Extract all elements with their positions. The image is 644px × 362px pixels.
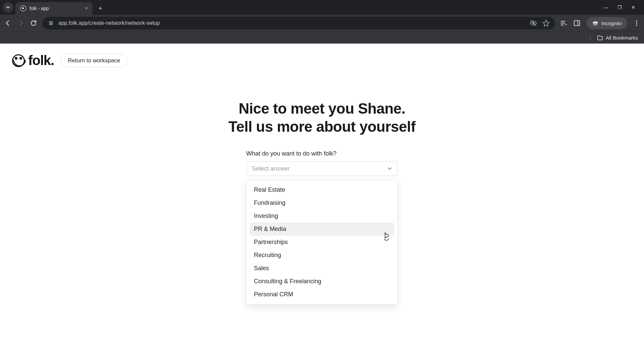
option-investing[interactable]: Investing: [250, 209, 394, 223]
address-bar[interactable]: app.folk.app/create-network/network-setu…: [42, 17, 555, 29]
incognito-chip[interactable]: Incognito: [587, 17, 627, 29]
browser-toolbar: app.folk.app/create-network/network-setu…: [0, 15, 644, 32]
question-label: What do you want to do with folk?: [246, 150, 398, 157]
option-consulting-freelancing[interactable]: Consulting & Freelancing: [250, 275, 394, 288]
option-sales[interactable]: Sales: [250, 262, 394, 275]
bookmark-star-icon[interactable]: [542, 19, 550, 27]
option-pr-media[interactable]: PR & Media: [250, 223, 394, 236]
bookmarks-bar: | All Bookmarks: [0, 32, 644, 44]
svg-point-6: [596, 23, 597, 25]
folk-logo-text: folk.: [28, 53, 54, 68]
svg-point-8: [636, 22, 637, 24]
back-button[interactable]: [4, 19, 12, 27]
headline: Nice to meet you Shane. Tell us more abo…: [0, 100, 644, 135]
onboarding-content: Nice to meet you Shane. Tell us more abo…: [0, 100, 644, 293]
tab-favicon: [20, 5, 26, 11]
page-header: folk. Return to workspace: [0, 44, 644, 77]
eye-off-icon[interactable]: [530, 19, 537, 27]
use-case-select[interactable]: Select answer: [246, 161, 398, 176]
svg-point-7: [636, 20, 637, 22]
headline-line2: Tell us more about yourself: [228, 118, 416, 135]
close-window-icon[interactable]: ✕: [631, 5, 635, 10]
svg-point-5: [593, 23, 595, 25]
all-bookmarks-label: All Bookmarks: [606, 35, 638, 41]
browser-tab[interactable]: folk - app ×: [15, 2, 93, 15]
option-partnerships[interactable]: Partnerships: [250, 236, 394, 249]
chevron-down-icon: [387, 166, 392, 171]
all-bookmarks-button[interactable]: All Bookmarks: [597, 35, 638, 41]
url-text: app.folk.app/create-network/network-setu…: [58, 20, 160, 26]
option-fundraising[interactable]: Fundraising: [250, 196, 394, 209]
select-placeholder: Select answer: [252, 165, 290, 172]
svg-point-2: [50, 24, 51, 25]
folk-logo-mark: [12, 54, 25, 67]
chevron-down-icon: [6, 5, 10, 9]
incognito-label: Incognito: [601, 20, 622, 26]
option-personal-crm[interactable]: Personal CRM: [250, 288, 394, 301]
window-controls: — ❐ ✕: [603, 5, 641, 10]
svg-point-0: [49, 21, 51, 22]
folk-logo[interactable]: folk.: [12, 53, 54, 68]
tab-strip: folk - app × + — ❐ ✕: [0, 0, 644, 15]
option-real-estate[interactable]: Real Estate: [250, 183, 394, 196]
svg-point-1: [51, 22, 53, 24]
option-recruiting[interactable]: Recruiting: [250, 249, 394, 262]
kebab-menu-icon[interactable]: [633, 20, 640, 26]
forward-button[interactable]: [17, 19, 25, 27]
browser-chrome: folk - app × + — ❐ ✕ app.folk.app/create…: [0, 0, 644, 44]
minimize-icon[interactable]: —: [603, 5, 608, 10]
tab-title: folk - app: [30, 6, 49, 11]
form-area: What do you want to do with folk? Select…: [246, 150, 398, 176]
svg-rect-4: [574, 21, 580, 26]
new-tab-button[interactable]: +: [95, 3, 105, 13]
close-tab-icon[interactable]: ×: [85, 5, 88, 11]
reload-button[interactable]: [30, 19, 38, 27]
headline-line1: Nice to meet you Shane.: [238, 100, 405, 117]
toolbar-right: Incognito: [560, 17, 640, 29]
site-settings-icon[interactable]: [48, 20, 54, 26]
return-to-workspace-button[interactable]: Return to workspace: [61, 54, 127, 67]
page-content: folk. Return to workspace Nice to meet y…: [0, 44, 644, 362]
maximize-icon[interactable]: ❐: [618, 5, 622, 10]
svg-point-9: [636, 24, 637, 26]
media-playlist-icon[interactable]: [560, 19, 567, 27]
use-case-dropdown: Real EstateFundraisingInvestingPR & Medi…: [246, 180, 398, 305]
folder-icon: [597, 35, 603, 41]
incognito-icon: [592, 21, 599, 25]
separator: |: [590, 35, 591, 41]
tab-search-dropdown[interactable]: [3, 2, 13, 13]
side-panel-icon[interactable]: [573, 19, 581, 27]
